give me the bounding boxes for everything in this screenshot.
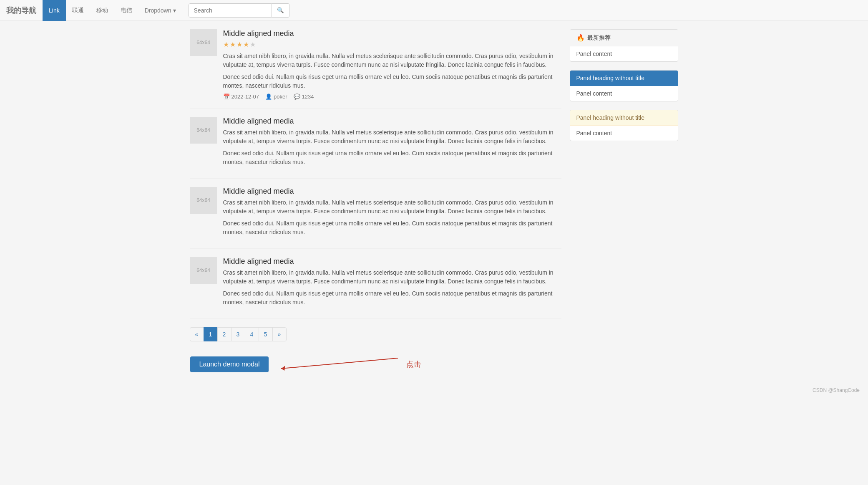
sidebar: 🔥 最新推荐 Panel content Panel heading witho… — [570, 29, 678, 375]
page-1-link[interactable]: 1 — [204, 327, 218, 341]
star-5: ★ — [250, 40, 256, 48]
nav-link-dropdown[interactable]: Dropdown ▾ — [138, 0, 182, 21]
panel-body-primary: Panel content — [570, 86, 678, 101]
media-item: 64x64 Middle aligned media ★ ★ ★ ★ ★ Cra… — [190, 29, 561, 109]
fire-icon: 🔥 — [576, 34, 585, 42]
content-area: 64x64 Middle aligned media ★ ★ ★ ★ ★ Cra… — [190, 29, 561, 375]
media-text-1: Cras sit amet nibh libero, in gravida nu… — [223, 198, 561, 216]
media-body: Middle aligned media Cras sit amet nibh … — [223, 257, 561, 310]
nav-link-liantong[interactable]: 联通 — [66, 0, 90, 21]
calendar-icon: 📅 — [223, 93, 230, 100]
search-form: 🔍 — [189, 3, 289, 18]
nav-item-yidong[interactable]: 移动 — [90, 0, 114, 21]
media-title: Middle aligned media — [223, 187, 561, 196]
page-5-link[interactable]: 5 — [259, 327, 273, 341]
media-thumb: 64x64 — [190, 117, 217, 144]
star-rating: ★ ★ ★ ★ ★ — [223, 40, 561, 48]
media-text-2: Donec sed odio dui. Nullam quis risus eg… — [223, 73, 561, 90]
search-button[interactable]: 🔍 — [272, 3, 289, 18]
pagination-next[interactable]: » — [273, 327, 287, 341]
media-text-1: Cras sit amet nibh libero, in gravida nu… — [223, 268, 561, 286]
meta-comments: 💬 1234 — [294, 93, 314, 100]
main-container: 64x64 Middle aligned media ★ ★ ★ ★ ★ Cra… — [184, 21, 684, 383]
media-text-2: Donec sed odio dui. Nullam quis risus eg… — [223, 289, 561, 307]
nav-item-dropdown[interactable]: Dropdown ▾ — [138, 0, 182, 21]
nav-item-dianxin[interactable]: 电信 — [114, 0, 138, 21]
nav-link-yidong[interactable]: 移动 — [90, 0, 114, 21]
panel-heading-text: 最新推荐 — [587, 34, 611, 42]
chevron-down-icon: ▾ — [173, 7, 176, 14]
panel-body-latest: Panel content — [570, 46, 678, 61]
nav-link-dianxin[interactable]: 电信 — [114, 0, 138, 21]
pagination-page-1[interactable]: 1 — [204, 327, 218, 341]
media-item: 64x64 Middle aligned media Cras sit amet… — [190, 187, 561, 249]
media-meta: 📅 2022-12-07 👤 poker 💬 1234 — [223, 93, 561, 100]
page-4-link[interactable]: 4 — [245, 327, 259, 341]
nav-item-link[interactable]: Link — [43, 0, 66, 21]
panel-latest: 🔥 最新推荐 Panel content — [570, 29, 678, 62]
media-text-2: Donec sed odio dui. Nullam quis risus eg… — [223, 219, 561, 237]
comment-icon: 💬 — [294, 93, 300, 100]
media-text-2: Donec sed odio dui. Nullam quis risus eg… — [223, 149, 561, 167]
arrow-icon — [277, 354, 402, 375]
media-item: 64x64 Middle aligned media Cras sit amet… — [190, 117, 561, 179]
media-title: Middle aligned media — [223, 257, 561, 266]
panel-body-warning: Panel content — [570, 126, 678, 141]
svg-marker-1 — [281, 366, 285, 371]
pagination-page-2[interactable]: 2 — [218, 327, 231, 341]
pagination-prev[interactable]: « — [190, 327, 204, 341]
panel-warning: Panel heading without title Panel conten… — [570, 110, 678, 141]
pagination-page-4[interactable]: 4 — [245, 327, 259, 341]
media-body: Middle aligned media Cras sit amet nibh … — [223, 117, 561, 170]
page-3-link[interactable]: 3 — [231, 327, 245, 341]
page-footer: CSDN @ShangCode — [0, 383, 868, 397]
panel-primary: Panel heading without title Panel conten… — [570, 70, 678, 101]
search-input[interactable] — [189, 3, 272, 18]
panel-heading-latest: 🔥 最新推荐 — [570, 30, 678, 46]
media-item: 64x64 Middle aligned media Cras sit amet… — [190, 257, 561, 319]
prev-page-link[interactable]: « — [190, 327, 204, 341]
pagination-page-3[interactable]: 3 — [231, 327, 245, 341]
media-thumb: 64x64 — [190, 187, 217, 214]
panel-heading-warning: Panel heading without title — [570, 110, 678, 126]
nav-item-liantong[interactable]: 联通 — [66, 0, 90, 21]
meta-user: 👤 poker — [265, 93, 287, 100]
nav-items: Link 联通 移动 电信 Dropdown ▾ — [43, 0, 182, 20]
meta-date: 📅 2022-12-07 — [223, 93, 259, 100]
arrow-container: 点击 — [277, 354, 421, 375]
media-thumb: 64x64 — [190, 29, 217, 56]
star-2: ★ — [230, 40, 236, 48]
media-text-1: Cras sit amet nibh libero, in gravida nu… — [223, 128, 561, 146]
media-body: Middle aligned media ★ ★ ★ ★ ★ Cras sit … — [223, 29, 561, 100]
media-body: Middle aligned media Cras sit amet nibh … — [223, 187, 561, 240]
footer-text: CSDN @ShangCode — [813, 387, 860, 393]
media-title: Middle aligned media — [223, 29, 561, 38]
pagination-page-5[interactable]: 5 — [259, 327, 273, 341]
click-label: 点击 — [406, 359, 421, 369]
media-title: Middle aligned media — [223, 117, 561, 126]
next-page-link[interactable]: » — [272, 327, 287, 341]
launch-section: Launch demo modal 点击 — [190, 354, 561, 375]
media-text-1: Cras sit amet nibh libero, in gravida nu… — [223, 52, 561, 69]
search-icon: 🔍 — [277, 7, 284, 13]
panel-heading-primary: Panel heading without title — [570, 71, 678, 86]
navbar-brand[interactable]: 我的导航 — [6, 5, 43, 15]
navbar: 我的导航 Link 联通 移动 电信 Dropdown ▾ 🔍 — [0, 0, 868, 21]
media-thumb: 64x64 — [190, 257, 217, 284]
pagination: « 1 2 3 4 5 » — [190, 327, 561, 341]
star-1: ★ — [223, 40, 229, 48]
user-icon: 👤 — [265, 93, 272, 100]
star-4: ★ — [243, 40, 249, 48]
star-3: ★ — [236, 40, 242, 48]
launch-demo-modal-button[interactable]: Launch demo modal — [190, 356, 269, 372]
page-2-link[interactable]: 2 — [217, 327, 231, 341]
nav-link-link[interactable]: Link — [43, 0, 66, 21]
svg-line-0 — [281, 358, 398, 369]
